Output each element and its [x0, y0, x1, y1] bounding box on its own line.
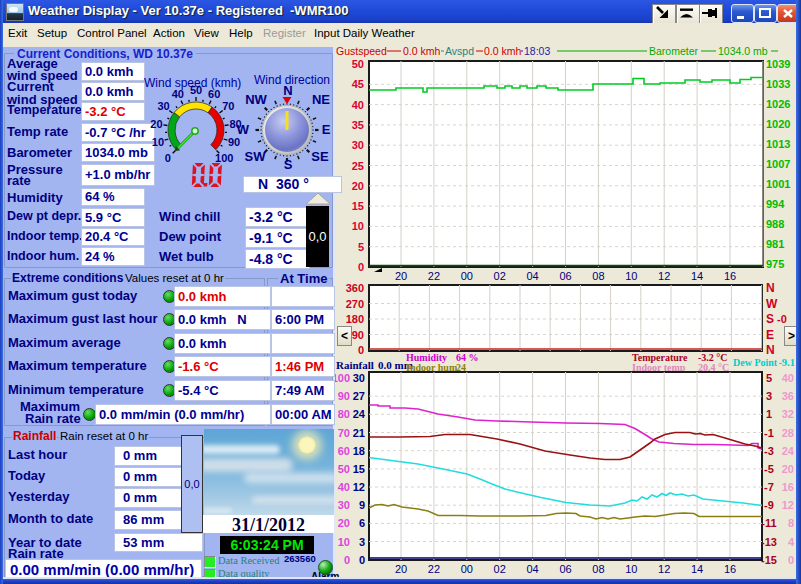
svg-text:24: 24 [353, 408, 366, 420]
svg-text:5: 5 [766, 372, 772, 384]
svg-text:-11: -11 [761, 517, 776, 529]
svg-text:10: 10 [352, 220, 364, 232]
svg-text:1020: 1020 [766, 118, 790, 130]
svg-text:Barometer: Barometer [649, 45, 699, 57]
svg-text:20: 20 [782, 463, 794, 475]
svg-text:1007: 1007 [766, 158, 790, 170]
svg-text:Avspd: Avspd [445, 45, 474, 57]
svg-text:22: 22 [428, 563, 440, 575]
svg-text:Rainfall: Rainfall [336, 359, 374, 371]
svg-text:3: 3 [766, 390, 772, 402]
svg-text:1034.0 mb: 1034.0 mb [718, 45, 768, 57]
svg-text:8: 8 [788, 517, 794, 529]
svg-text:60: 60 [338, 445, 350, 457]
svg-text:270: 270 [346, 298, 364, 310]
svg-text:70: 70 [338, 427, 350, 439]
svg-text:0: 0 [788, 554, 794, 566]
svg-text:50: 50 [190, 85, 202, 96]
svg-text:30: 30 [158, 100, 170, 112]
svg-text:975: 975 [766, 258, 784, 270]
svg-text:90: 90 [228, 136, 240, 148]
svg-text:08: 08 [592, 563, 604, 575]
svg-text:04: 04 [526, 563, 538, 575]
svg-text:360: 360 [346, 282, 364, 294]
svg-text:36: 36 [782, 390, 794, 402]
svg-text:W: W [766, 297, 778, 311]
svg-text:32: 32 [782, 408, 794, 420]
svg-text:0: 0 [344, 554, 350, 566]
svg-text:12: 12 [353, 481, 365, 493]
svg-text:40: 40 [352, 99, 364, 111]
svg-text:1039: 1039 [766, 58, 790, 70]
svg-text:10: 10 [338, 536, 350, 548]
svg-text:70: 70 [222, 100, 234, 112]
svg-text:90: 90 [338, 390, 350, 402]
svg-text:15: 15 [353, 463, 365, 475]
svg-text:S: S [766, 312, 774, 326]
svg-text:Dew Point: Dew Point [733, 357, 778, 368]
svg-text:30: 30 [353, 372, 365, 384]
svg-text:20: 20 [395, 563, 407, 575]
svg-text:24: 24 [782, 445, 795, 457]
svg-text:10: 10 [625, 563, 637, 575]
svg-text:12: 12 [782, 499, 794, 511]
svg-text:30: 30 [352, 139, 364, 151]
svg-text:N: N [766, 281, 775, 295]
svg-text:10: 10 [152, 136, 164, 148]
svg-text:100: 100 [335, 372, 350, 384]
svg-text:06: 06 [559, 563, 571, 575]
svg-text:30: 30 [338, 499, 350, 511]
svg-text:4: 4 [788, 536, 795, 548]
svg-text:-5: -5 [764, 463, 774, 475]
svg-text:1026: 1026 [766, 98, 790, 110]
svg-text:1: 1 [766, 408, 772, 420]
svg-text:5: 5 [358, 241, 364, 253]
svg-text:60: 60 [208, 88, 220, 100]
svg-text:0.0 kmh: 0.0 kmh [484, 45, 522, 57]
svg-text:16: 16 [724, 563, 736, 575]
svg-text:20: 20 [338, 517, 350, 529]
svg-text:27: 27 [353, 390, 365, 402]
svg-text:15: 15 [352, 200, 364, 212]
svg-text:9: 9 [359, 499, 365, 511]
svg-text:994: 994 [766, 198, 785, 210]
svg-text:-0: -0 [777, 313, 787, 325]
svg-text:28: 28 [782, 427, 794, 439]
svg-text:0.0 kmh: 0.0 kmh [403, 45, 441, 57]
svg-text:12: 12 [658, 563, 670, 575]
svg-text:40: 40 [172, 88, 184, 100]
svg-text:18:03: 18:03 [524, 45, 550, 57]
svg-text:0: 0 [165, 152, 171, 164]
svg-text:50: 50 [352, 58, 364, 70]
svg-text:20: 20 [150, 118, 162, 130]
svg-text:35: 35 [352, 119, 364, 131]
svg-text:0: 0 [359, 554, 365, 566]
svg-text:6: 6 [359, 517, 365, 529]
svg-text:-13: -13 [761, 536, 777, 548]
svg-text:18: 18 [353, 445, 365, 457]
svg-text:-3: -3 [764, 445, 774, 457]
svg-text:0: 0 [358, 261, 364, 273]
svg-text:180: 180 [346, 313, 364, 325]
svg-text:981: 981 [766, 238, 784, 250]
svg-text:-1: -1 [764, 427, 774, 439]
svg-text:E: E [766, 328, 774, 342]
svg-text:90: 90 [352, 329, 364, 341]
svg-text:Gustspeed: Gustspeed [336, 45, 387, 57]
svg-text:1013: 1013 [766, 138, 790, 150]
svg-text:00: 00 [461, 563, 473, 575]
svg-text:1033: 1033 [766, 78, 790, 90]
svg-text:21: 21 [353, 427, 365, 439]
svg-text:-9.1: -9.1 [778, 357, 795, 368]
svg-text:-9: -9 [764, 499, 774, 511]
svg-text:988: 988 [766, 218, 784, 230]
svg-text:3: 3 [359, 536, 365, 548]
svg-text:80: 80 [338, 408, 350, 420]
svg-text:50: 50 [338, 463, 350, 475]
svg-text:16: 16 [782, 481, 794, 493]
svg-text:45: 45 [352, 78, 364, 90]
svg-text:40: 40 [782, 372, 794, 384]
svg-text:-15: -15 [761, 554, 777, 566]
svg-text:14: 14 [691, 563, 703, 575]
svg-text:-7: -7 [764, 481, 774, 493]
